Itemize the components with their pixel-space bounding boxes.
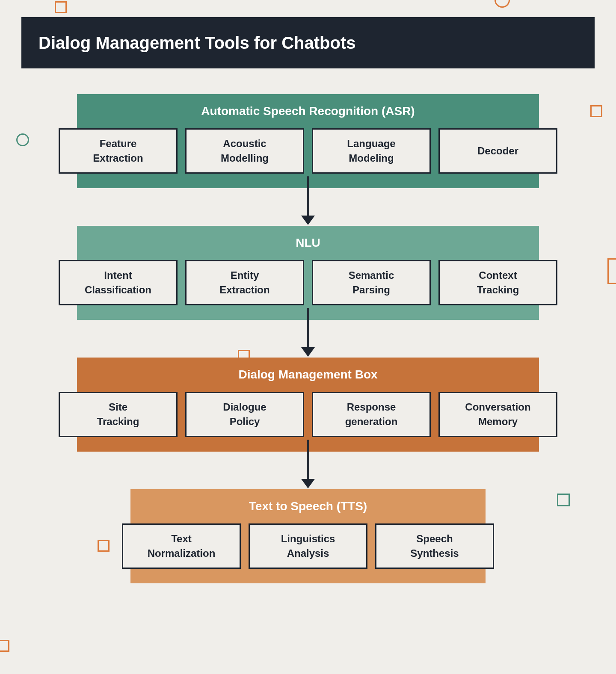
section-title: NLU — [296, 236, 320, 250]
arrow-down-icon — [301, 440, 315, 488]
boxes-row: FeatureExtraction AcousticModelling Lang… — [59, 128, 557, 174]
section-dialog-management: Dialog Management Box SiteTracking Dialo… — [77, 358, 539, 452]
boxes-row: SiteTracking DialoguePolicy Responsegene… — [59, 392, 557, 437]
box-entity-extraction: EntityExtraction — [185, 260, 304, 305]
decorative-square-icon — [607, 258, 616, 284]
section-asr: Automatic Speech Recognition (ASR) Featu… — [77, 94, 539, 188]
section-band: Text to Speech (TTS) TextNormalization L… — [130, 489, 486, 583]
box-conversation-memory: ConversationMemory — [438, 392, 557, 437]
decorative-square-icon — [55, 1, 67, 13]
page-title: Dialog Management Tools for Chatbots — [38, 33, 356, 53]
decorative-circle-icon — [16, 133, 29, 146]
arrow-down-icon — [301, 308, 315, 357]
section-tts: Text to Speech (TTS) TextNormalization L… — [130, 489, 486, 583]
decorative-square-icon — [590, 105, 602, 117]
box-language-modeling: LanguageModeling — [312, 128, 431, 174]
box-text-normalization: TextNormalization — [122, 523, 241, 569]
box-site-tracking: SiteTracking — [59, 392, 178, 437]
section-band: NLU IntentClassification EntityExtractio… — [77, 226, 539, 320]
section-title: Automatic Speech Recognition (ASR) — [201, 104, 415, 118]
box-semantic-parsing: SemanticParsing — [312, 260, 431, 305]
decorative-square-icon — [98, 540, 110, 552]
box-dialogue-policy: DialoguePolicy — [185, 392, 304, 437]
section-band: Dialog Management Box SiteTracking Dialo… — [77, 358, 539, 452]
box-response-generation: Responsegeneration — [312, 392, 431, 437]
box-decoder: Decoder — [438, 128, 557, 174]
box-acoustic-modelling: AcousticModelling — [185, 128, 304, 174]
page-header: Dialog Management Tools for Chatbots — [21, 17, 595, 68]
section-title: Text to Speech (TTS) — [249, 500, 367, 513]
decorative-circle-icon — [495, 0, 510, 8]
decorative-square-icon — [557, 494, 570, 506]
section-nlu: NLU IntentClassification EntityExtractio… — [77, 226, 539, 320]
box-intent-classification: IntentClassification — [59, 260, 178, 305]
boxes-row: TextNormalization LinguisticsAnalysis Sp… — [122, 523, 494, 569]
box-feature-extraction: FeatureExtraction — [59, 128, 178, 174]
section-band: Automatic Speech Recognition (ASR) Featu… — [77, 94, 539, 188]
decorative-square-icon — [0, 640, 9, 652]
arrow-down-icon — [301, 176, 315, 225]
box-linguistics-analysis: LinguisticsAnalysis — [249, 523, 367, 569]
box-speech-synthesis: SpeechSynthesis — [375, 523, 494, 569]
section-title: Dialog Management Box — [238, 368, 377, 381]
boxes-row: IntentClassification EntityExtraction Se… — [59, 260, 557, 305]
box-context-tracking: ContextTracking — [438, 260, 557, 305]
